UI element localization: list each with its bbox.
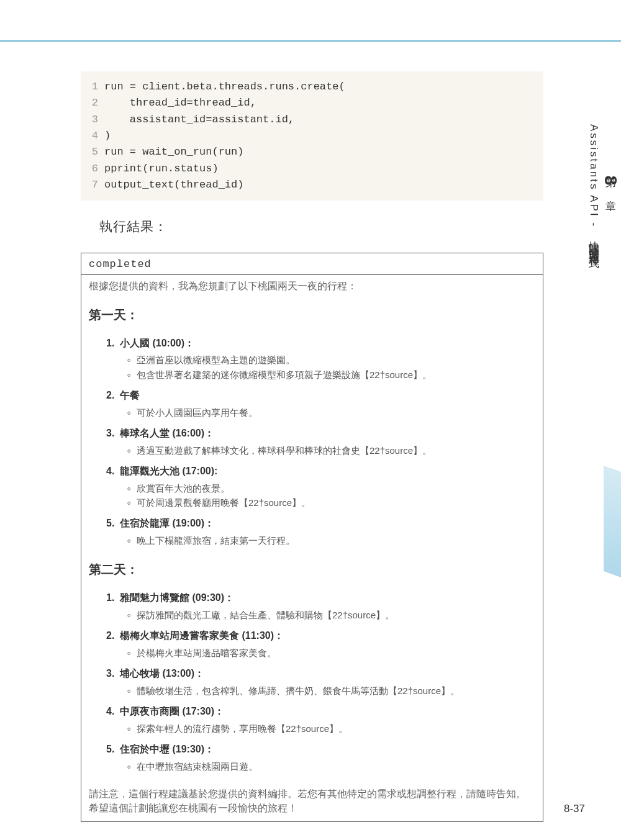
item-name: 住宿於龍潭 (19:00)： bbox=[120, 518, 214, 528]
sublist: 晚上下榻龍潭旅宿，結束第一天行程。 bbox=[126, 533, 535, 548]
sublist: 亞洲首座以微縮模型為主題的遊樂園。 包含世界著名建築的迷你微縮模型和多項親子遊樂… bbox=[126, 353, 535, 382]
item-num: 1. bbox=[106, 336, 120, 351]
itinerary-item: 3.棒球名人堂 (16:00)： 透過互動遊戲了解棒球文化，棒球科學和棒球的社會… bbox=[106, 426, 535, 458]
side-tab-background bbox=[604, 466, 621, 577]
item-num: 1. bbox=[106, 590, 120, 606]
item-name: 住宿於中壢 (19:30)： bbox=[120, 744, 214, 754]
code-text: output_text(thread_id) bbox=[104, 179, 243, 191]
item-name: 埔心牧場 (13:00)： bbox=[120, 668, 204, 679]
item-title: 3.棒球名人堂 (16:00)： bbox=[106, 426, 535, 441]
code-line: 1run = client.beta.threads.runs.create( bbox=[87, 79, 537, 95]
itinerary-item: 2.楊梅火車站周邊嘗客家美食 (11:30)： 於楊梅火車站周邊品嚐客家美食。 bbox=[106, 628, 535, 660]
chapter-suffix: 章 bbox=[605, 192, 617, 194]
line-number: 7 bbox=[87, 177, 98, 193]
code-line: 7output_text(thread_id) bbox=[87, 177, 537, 193]
page-number: 8-37 bbox=[564, 803, 585, 815]
code-line: 4) bbox=[87, 128, 537, 144]
line-number: 4 bbox=[87, 128, 98, 144]
item-name: 楊梅火車站周邊嘗客家美食 (11:30)： bbox=[120, 630, 284, 641]
item-name: 龍潭觀光大池 (17:00): bbox=[120, 466, 217, 476]
code-text: assistant_id=assistant.id, bbox=[104, 114, 294, 125]
page-content: 1run = client.beta.threads.runs.create( … bbox=[81, 71, 543, 822]
item-name: 棒球名人堂 (16:00)： bbox=[120, 428, 214, 438]
item-title: 1.小人國 (10:00)： bbox=[106, 336, 535, 351]
item-num: 5. bbox=[106, 742, 120, 757]
subitem: 體驗牧場生活，包含榨乳、修馬蹄、擠牛奶、餵食牛馬等活動【22†source】。 bbox=[126, 684, 535, 698]
item-title: 2.午餐 bbox=[106, 388, 535, 404]
line-number: 5 bbox=[87, 144, 98, 160]
line-number: 6 bbox=[87, 161, 98, 177]
day1-heading: 第一天： bbox=[81, 300, 543, 330]
code-text: ) bbox=[104, 130, 111, 142]
itinerary-item: 1.小人國 (10:00)： 亞洲首座以微縮模型為主題的遊樂園。 包含世界著名建… bbox=[106, 336, 535, 382]
subitem: 探索年輕人的流行趨勢，享用晚餐【22†source】。 bbox=[126, 721, 535, 736]
subitem: 亞洲首座以微縮模型為主題的遊樂園。 bbox=[126, 353, 535, 367]
output-status: completed bbox=[81, 253, 543, 274]
item-num: 2. bbox=[106, 628, 120, 644]
itinerary-item: 3.埔心牧場 (13:00)： 體驗牧場生活，包含榨乳、修馬蹄、擠牛奶、餵食牛馬… bbox=[106, 666, 535, 698]
subitem: 欣賞百年大池的夜景。 bbox=[126, 481, 535, 495]
itinerary-item: 5.住宿於中壢 (19:30)： 在中壢旅宿結束桃園兩日遊。 bbox=[106, 742, 535, 774]
item-num: 2. bbox=[106, 388, 120, 404]
code-line: 2 thread_id=thread_id, bbox=[87, 95, 537, 111]
line-number: 1 bbox=[87, 79, 98, 95]
output-footer: 請注意，這個行程建議基於您提供的資料編排。若您有其他特定的需求或想調整行程，請隨… bbox=[81, 782, 543, 822]
sublist: 透過互動遊戲了解棒球文化，棒球科學和棒球的社會史【22†source】。 bbox=[126, 443, 535, 458]
itinerary-item: 1.雅聞魅力博覽館 (09:30)： 探訪雅聞的觀光工廠，結合生產、體驗和購物【… bbox=[106, 590, 535, 622]
item-name: 午餐 bbox=[120, 390, 140, 400]
item-num: 4. bbox=[106, 704, 120, 720]
item-title: 3.埔心牧場 (13:00)： bbox=[106, 666, 535, 682]
code-line: 6pprint(run.status) bbox=[87, 161, 537, 177]
code-text: run = wait_on_run(run) bbox=[104, 146, 243, 158]
item-name: 雅聞魅力博覽館 (09:30)： bbox=[120, 592, 234, 603]
subitem: 晚上下榻龍潭旅宿，結束第一天行程。 bbox=[126, 533, 535, 548]
subitem: 透過互動遊戲了解棒球文化，棒球科學和棒球的社會史【22†source】。 bbox=[126, 443, 535, 458]
sublist: 可於小人國園區內享用午餐。 bbox=[126, 405, 535, 420]
subitem: 可於周邊景觀餐廳用晚餐【22†source】。 bbox=[126, 495, 535, 510]
subitem: 在中壢旅宿結束桃園兩日遊。 bbox=[126, 759, 535, 774]
day1-itinerary: 1.小人國 (10:00)： 亞洲首座以微縮模型為主題的遊樂園。 包含世界著名建… bbox=[81, 336, 543, 556]
item-name: 中原夜市商圈 (17:30)： bbox=[120, 706, 224, 716]
sublist: 在中壢旅宿結束桃園兩日遊。 bbox=[126, 759, 535, 774]
line-number: 2 bbox=[87, 95, 98, 111]
code-line: 3 assistant_id=assistant.id, bbox=[87, 112, 537, 128]
chapter-label: 第 bbox=[605, 169, 617, 171]
item-title: 1.雅聞魅力博覽館 (09:30)： bbox=[106, 590, 535, 606]
subitem: 包含世界著名建築的迷你微縮模型和多項親子遊樂設施【22†source】。 bbox=[126, 368, 535, 382]
item-name: 小人國 (10:00)： bbox=[120, 338, 194, 348]
line-number: 3 bbox=[87, 112, 98, 128]
code-text: run = client.beta.threads.runs.create( bbox=[104, 81, 345, 93]
chapter-number: 8 bbox=[601, 176, 620, 187]
item-num: 3. bbox=[106, 666, 120, 682]
code-line: 5run = wait_on_run(run) bbox=[87, 144, 537, 160]
item-title: 4.龍潭觀光大池 (17:00): bbox=[106, 464, 535, 479]
item-num: 4. bbox=[106, 464, 120, 479]
day2-heading: 第二天： bbox=[81, 555, 543, 584]
output-intro: 根據您提供的資料，我為您規劃了以下桃園兩天一夜的行程： bbox=[81, 275, 543, 300]
itinerary-item: 2.午餐 可於小人國園區內享用午餐。 bbox=[106, 388, 535, 420]
code-text: thread_id=thread_id, bbox=[104, 97, 256, 109]
chapter-side-tab: 第 8 章 Assistants API - 快速開發助理應用程式 bbox=[591, 112, 621, 251]
code-text: pprint(run.status) bbox=[104, 163, 219, 174]
sublist: 體驗牧場生活，包含榨乳、修馬蹄、擠牛奶、餵食牛馬等活動【22†source】。 bbox=[126, 684, 535, 698]
item-title: 5.住宿於中壢 (19:30)： bbox=[106, 742, 535, 757]
sublist: 探訪雅聞的觀光工廠，結合生產、體驗和購物【22†source】。 bbox=[126, 608, 535, 622]
sublist: 欣賞百年大池的夜景。 可於周邊景觀餐廳用晚餐【22†source】。 bbox=[126, 481, 535, 510]
item-title: 2.楊梅火車站周邊嘗客家美食 (11:30)： bbox=[106, 628, 535, 644]
sublist: 探索年輕人的流行趨勢，享用晚餐【22†source】。 bbox=[126, 721, 535, 736]
item-num: 3. bbox=[106, 426, 120, 441]
chapter-title: Assistants API - 快速開發助理應用程式 bbox=[587, 124, 600, 251]
subitem: 可於小人國園區內享用午餐。 bbox=[126, 405, 535, 420]
itinerary-item: 5.住宿於龍潭 (19:00)： 晚上下榻龍潭旅宿，結束第一天行程。 bbox=[106, 516, 535, 548]
top-border bbox=[0, 40, 621, 42]
day2-itinerary: 1.雅聞魅力博覽館 (09:30)： 探訪雅聞的觀光工廠，結合生產、體驗和購物【… bbox=[81, 590, 543, 781]
output-box: completed 根據您提供的資料，我為您規劃了以下桃園兩天一夜的行程： 第一… bbox=[81, 253, 543, 822]
itinerary-item: 4.龍潭觀光大池 (17:00): 欣賞百年大池的夜景。 可於周邊景觀餐廳用晚餐… bbox=[106, 464, 535, 510]
item-title: 4.中原夜市商圈 (17:30)： bbox=[106, 704, 535, 720]
sublist: 於楊梅火車站周邊品嚐客家美食。 bbox=[126, 646, 535, 660]
result-heading: 執行結果： bbox=[99, 218, 543, 235]
item-num: 5. bbox=[106, 516, 120, 531]
code-block: 1run = client.beta.threads.runs.create( … bbox=[81, 71, 543, 201]
itinerary-item: 4.中原夜市商圈 (17:30)： 探索年輕人的流行趨勢，享用晚餐【22†sou… bbox=[106, 704, 535, 736]
subitem: 於楊梅火車站周邊品嚐客家美食。 bbox=[126, 646, 535, 660]
